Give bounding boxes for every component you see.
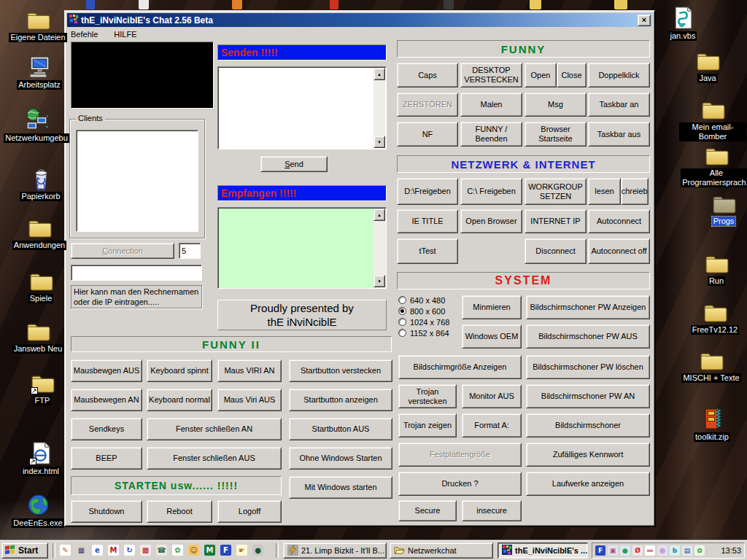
fenster-schlie-en-an-button[interactable]: Fenster schließen AN — [147, 418, 282, 440]
maus-viri-an-button[interactable]: Maus VIRI AN — [217, 359, 282, 382]
network-monitors-tray-icon[interactable]: ▤ — [682, 545, 692, 556]
browser-startseite-button[interactable]: Browser Startseite — [525, 122, 587, 147]
taskbar-aus-button[interactable]: Taskbar aus — [588, 122, 650, 147]
c-freigeben-button[interactable]: C:\ Freigeben — [460, 178, 522, 205]
sphere-icon[interactable]: ● — [252, 545, 263, 556]
resolution-radio-640-x-480[interactable]: 640 x 480 — [398, 295, 445, 305]
laufwerke-anzeigen-button[interactable]: Laufwerke anzeigen — [526, 472, 650, 496]
mit-windows-starten-button[interactable]: Mit Windows starten — [289, 476, 392, 499]
drucken-button[interactable]: Drucken ? — [398, 472, 522, 496]
scroll-up-icon[interactable]: ▲ — [374, 209, 385, 221]
desktop-icon-alle-programiersprach[interactable]: Alle Programiersprach.. — [683, 143, 747, 187]
icq-tray-icon[interactable]: ✿ — [694, 545, 705, 556]
beep-button[interactable]: BEEP — [71, 447, 142, 470]
desktop-icon-netzwerkumgebu[interactable]: Netzwerkumgebu — [3, 108, 70, 143]
desktop-icon-jansweb-neu[interactable]: Jansweb Neu — [4, 319, 71, 354]
bsplayer-tray-icon[interactable]: b — [670, 545, 680, 556]
keyboard-spinnt-button[interactable]: Keyboard spinnt — [147, 359, 212, 382]
insecure-button[interactable]: insecure — [462, 500, 522, 521]
start-button[interactable]: Start — [1, 542, 48, 559]
image-tray-icon[interactable]: ▣ — [608, 545, 618, 556]
desktop-icon-java[interactable]: Java — [674, 48, 741, 83]
autoconnect-button[interactable]: Autoconnect — [588, 209, 650, 233]
sendkeys-button[interactable]: Sendkeys — [71, 418, 142, 440]
desktop-icon-toolkit-zip[interactable]: toolkit.zip — [678, 407, 746, 442]
resolution-radio-1152-x-864[interactable]: 1152 x 864 — [398, 328, 449, 338]
minmieren-button[interactable]: Minmieren — [462, 295, 522, 319]
desktop-icon-anwendungen[interactable]: Anwendungen — [6, 215, 73, 250]
desktop-icon-freetv12-12[interactable]: FreeTv12.12 — [681, 300, 747, 335]
caps-button[interactable]: Caps — [397, 63, 458, 88]
icq-flower-icon[interactable]: ✿ — [172, 545, 183, 556]
desktop-verstecken-button[interactable]: DESKTOP VERSTECKEN — [460, 63, 522, 88]
logoff-button[interactable]: Logoff — [217, 500, 282, 523]
resolution-radio-1024-x-768[interactable]: 747 x 560 — [398, 317, 449, 327]
globe-ring-tray-icon[interactable]: ◎ — [657, 545, 667, 556]
ttest-button[interactable]: tTest — [397, 238, 458, 264]
secure-button[interactable]: Secure — [398, 500, 457, 521]
red-cards-icon[interactable]: ▩ — [140, 545, 151, 556]
msg-button[interactable]: Msg — [525, 93, 587, 117]
notepad-icon[interactable]: ✎ — [60, 545, 71, 556]
windows-oem-button[interactable]: Windows OEM — [462, 324, 522, 349]
desktop-icon-jan-vbs[interactable]: jan.vbs — [649, 6, 716, 41]
bildschirmschoner-pw-l-schen-button[interactable]: Bildschirmschoner PW löschen — [526, 355, 650, 379]
malen-button[interactable]: Malen — [460, 93, 522, 117]
d-freigeben-button[interactable]: D:\Freigeben — [397, 178, 458, 205]
scroll-down-icon[interactable]: ▼ — [374, 136, 385, 148]
task-the-invincible-s[interactable]: thE_iNviNciblE's ... — [498, 542, 588, 559]
desktop-icon-mein-email-bomber[interactable]: Mein email- Bomber — [679, 97, 746, 141]
clients-list[interactable] — [76, 130, 198, 232]
radio-icon[interactable] — [398, 307, 406, 315]
radio-icon[interactable] — [398, 318, 406, 326]
desktop-icon-progs[interactable]: Progs — [690, 191, 747, 226]
globe-tray-icon[interactable]: ● — [620, 545, 630, 556]
shutdown-button[interactable]: Shutdown — [71, 500, 142, 523]
schreiebn-button[interactable]: schreiebn — [621, 178, 649, 205]
blocked-user-tray-icon[interactable]: Ø — [632, 545, 643, 556]
startbutton-anzeigen-button[interactable]: Startbutton anzeigen — [289, 389, 392, 411]
desktop-icon-run[interactable]: Run — [683, 251, 747, 286]
send-scrollbar[interactable]: ▲ ▼ — [374, 68, 385, 148]
scroll-down-icon[interactable]: ▼ — [374, 275, 385, 287]
send-button[interactable]: Send — [260, 156, 328, 172]
nf-button[interactable]: NF — [397, 122, 458, 147]
desktop-icon-papierkorb[interactable]: Papierkorb — [7, 166, 74, 201]
internet-ip-button[interactable]: INTERNET IP — [525, 209, 587, 233]
hand-coin-icon[interactable]: ☛ — [236, 545, 247, 556]
ip-input[interactable] — [71, 265, 202, 281]
desktop-icon-arbeitsplatz[interactable]: Arbeitsplatz — [6, 55, 73, 90]
net-send-icon[interactable]: ☎ — [156, 545, 167, 556]
f-secure-tray-icon[interactable]: F — [595, 545, 605, 556]
program-window-icon[interactable]: ▦ — [76, 545, 87, 556]
trojan-verstecken-button[interactable]: Trojan verstecken — [398, 384, 457, 408]
reboot-button[interactable]: Reboot — [147, 500, 212, 523]
titlebar[interactable]: thE_iNviNciblE's Chat 2.56 Beta × — [67, 13, 652, 27]
connection-count-input[interactable] — [179, 243, 201, 259]
fenster-schlie-en-aus-button[interactable]: Fenster schließen AUS — [147, 447, 282, 470]
open-button[interactable]: Open — [525, 63, 557, 88]
open-browser-button[interactable]: Open Browser — [460, 209, 522, 233]
mausbewgen-aus-button[interactable]: Mausbewgen AUS — [71, 359, 142, 382]
musicmatch-icon[interactable]: M — [204, 545, 215, 556]
disconnect-button[interactable]: Disconnect — [525, 238, 587, 264]
desktop-icon-deeenes-exe[interactable]: DeeEnEs.exe — [4, 493, 71, 528]
autoconnect-off-button[interactable]: Autoconnect off — [588, 238, 650, 264]
f-secure-icon[interactable]: F — [220, 545, 231, 556]
mausbewegen-an-button[interactable]: Mausbewegen AN — [71, 389, 142, 411]
format-a-button[interactable]: Format A: — [462, 413, 522, 438]
signal-bars-tray-icon[interactable]: ıııı — [645, 545, 655, 556]
lesen-button[interactable]: lesen — [588, 178, 621, 205]
menu-befehle[interactable]: Befehle — [71, 30, 98, 39]
radio-icon[interactable] — [398, 296, 406, 304]
funny-beenden-button[interactable]: FUNNY / Beenden — [460, 122, 522, 147]
receive-scrollbar[interactable]: ▲ ▼ — [374, 209, 385, 287]
send-textarea[interactable]: ▲ ▼ — [217, 66, 387, 149]
bildschirmschoner-pw-an-button[interactable]: Bildschirmschoner PW AN — [526, 384, 650, 408]
desktop-icon-eigene-dateien[interactable]: Eigene Dateien — [4, 7, 71, 42]
ie-title-button[interactable]: IE TITLE — [397, 209, 458, 233]
internet-explorer-icon[interactable]: e — [92, 545, 103, 556]
keyboard-normal-button[interactable]: Keyboard normal — [147, 389, 212, 411]
desktop-icon-spiele[interactable]: Spiele — [7, 268, 74, 303]
scroll-up-icon[interactable]: ▲ — [374, 68, 385, 80]
